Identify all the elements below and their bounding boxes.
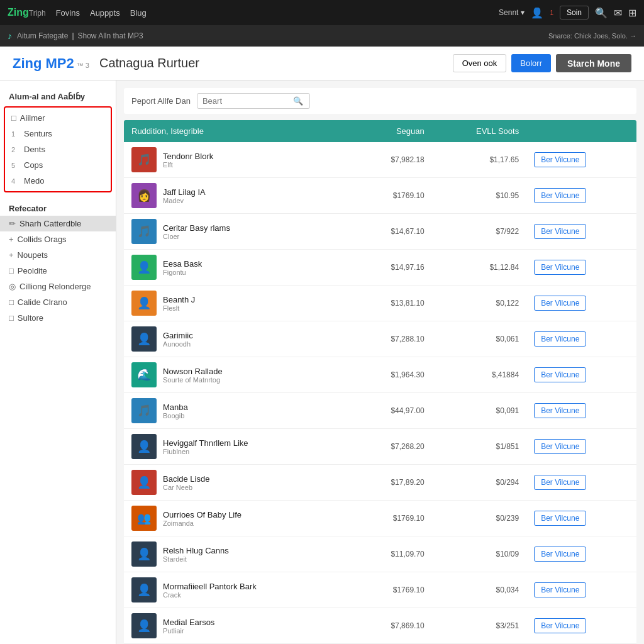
action-cell-0: Ber Vilcune (526, 142, 636, 178)
action-cell-11: Ber Vilcune (526, 536, 636, 572)
seguan-cell-4: $13,81.10 (353, 286, 432, 321)
filter-bar: Peport Allfe Dan 🔍 (124, 88, 636, 114)
soots-cell-8: $1/851 (432, 429, 526, 465)
grid-icon[interactable]: ⊞ (628, 7, 636, 19)
song-title-3: Eesa Bask (163, 259, 202, 269)
vilcune-button-5[interactable]: Ber Vilcune (534, 331, 586, 347)
table-row: 👤 Medial Earsos Putliair $7,869.10 $3/25… (124, 608, 636, 644)
search-icon[interactable]: 🔍 (595, 7, 608, 19)
sec-link-mp3[interactable]: Show Alln that MP3 (78, 31, 143, 40)
sidebar-section-title: Alum-al and Aaɓlɓy (0, 87, 116, 104)
nav-aupppts[interactable]: Aupppts (90, 8, 120, 18)
vilcune-button-6[interactable]: Ber Vilcune (534, 367, 586, 382)
sec-link-fategate[interactable]: Aitum Fategate (17, 31, 68, 40)
sec-nav: ♪ Aitum Fategate | Show Alln that MP3 Sn… (0, 25, 644, 47)
bolor-button[interactable]: Bolorr (511, 54, 551, 72)
refecator-label-cilliong: Cilliong Relonderge (19, 282, 91, 291)
seguan-cell-10: $1769.10 (353, 501, 432, 536)
song-artist-9: Car Neeb (163, 484, 209, 491)
song-title-6: Nowson Rallade (163, 367, 223, 376)
sidebar-item-medo[interactable]: 4 Medo (5, 173, 111, 189)
sidebar-label-senturs: Senturs (24, 129, 52, 138)
refecator-item-cilliong[interactable]: ◎ Cilliong Relonderge (0, 279, 116, 294)
nav-right: Sennt ▾ 👤 1 Soin 🔍 ✉ ⊞ (499, 6, 636, 19)
sidebar-label-cops: Cops (24, 160, 43, 170)
content-area: Peport Allfe Dan 🔍 Ruddition, Istegrible… (116, 80, 644, 644)
nav-blug[interactable]: Blug (130, 8, 147, 18)
table-row: 👤 Beanth J Fleslt $13,81.10 $0,122 Ber V… (124, 286, 636, 321)
sidebar-item-dents[interactable]: 2 Dents (5, 142, 111, 157)
sidebar-num-5: 5 (11, 162, 20, 169)
vilcune-button-12[interactable]: Ber Vilcune (534, 582, 586, 597)
vilcune-button-8[interactable]: Ber Vilcune (534, 439, 586, 454)
vilcune-button-9[interactable]: Ber Vilcune (534, 475, 586, 490)
action-cell-8: Ber Vilcune (526, 429, 636, 465)
song-cell-12: 👤 Mormafiieell Pantork Bark Crack (124, 572, 353, 608)
refecator-item-calide[interactable]: □ Calide Clrano (0, 294, 116, 310)
sidebar-item-aiilmer[interactable]: □ Aiilmer (5, 110, 111, 126)
refecator-item-sharh[interactable]: ✏ Sharh Catterdble (0, 216, 116, 231)
action-cell-1: Ber Vilcune (526, 178, 636, 214)
header-buttons: Oven ook Bolorr Starch Mone (453, 54, 631, 72)
starch-button[interactable]: Starch Mone (556, 54, 631, 72)
search-input[interactable] (203, 96, 291, 106)
doc-icon-2: □ (9, 313, 14, 323)
soots-cell-9: $0/294 (432, 465, 526, 501)
soots-cell-0: $1,17.65 (432, 142, 526, 178)
song-title-4: Beanth J (163, 295, 195, 304)
vilcune-button-11[interactable]: Ber Vilcune (534, 547, 586, 562)
song-cell-13: 👤 Medial Earsos Putliair (124, 608, 353, 644)
sidebar-num-4: 4 (11, 177, 20, 185)
vilcune-button-1[interactable]: Ber Vilcune (534, 188, 586, 203)
song-title-2: Ceritar Basy rlams (163, 223, 230, 233)
message-icon[interactable]: ✉ (614, 7, 622, 19)
song-title-9: Bacide Lisde (163, 474, 209, 484)
refecator-label-sharh: Sharh Catterdble (19, 219, 81, 228)
table-row: 🎵 Ceritar Basy rlams Cloer $14,67.10 $7/… (124, 214, 636, 250)
over-button[interactable]: Oven ook (453, 54, 507, 72)
soots-cell-7: $0,091 (432, 393, 526, 429)
table-header-row: Ruddition, Istegrible Seguan EVLL Soots (124, 120, 636, 142)
song-artist-11: Stardeit (163, 555, 229, 563)
song-artist-12: Crack (163, 591, 257, 599)
seguan-cell-2: $14,67.10 (353, 214, 432, 250)
vilcune-button-7[interactable]: Ber Vilcune (534, 403, 586, 418)
signin-button[interactable]: Soin (560, 6, 589, 19)
refecator-item-peoldite[interactable]: □ Peoldite (0, 263, 116, 279)
refecator-item-sultore[interactable]: □ Sultore (0, 310, 116, 326)
song-title-11: Relsh Hlug Canns (163, 546, 229, 555)
seguan-cell-9: $17,89.20 (353, 465, 432, 501)
user-icon[interactable]: 👤 (531, 7, 543, 19)
vilcune-button-0[interactable]: Ber Vilcune (534, 152, 586, 167)
seguan-cell-5: $7,288.10 (353, 321, 432, 357)
table-row: 🎵 Manba Boogib $44,97.00 $0,091 Ber Vilc… (124, 393, 636, 429)
sidebar-label-medo: Medo (24, 176, 45, 186)
site-logo: ZingTriph (8, 7, 46, 18)
vilcune-button-3[interactable]: Ber Vilcune (534, 260, 586, 275)
sidebar-item-senturs[interactable]: 1 Senturs (5, 126, 111, 142)
song-title-8: Heviggalf Thnrllem Like (163, 438, 248, 448)
vilcune-button-10[interactable]: Ber Vilcune (534, 511, 586, 526)
home-icon: □ (11, 113, 16, 123)
song-artist-8: Fiublnen (163, 448, 248, 455)
user-dropdown[interactable]: Sennt ▾ (499, 8, 525, 17)
refecator-item-noupets[interactable]: + Noupets (0, 247, 116, 263)
sidebar-item-cops[interactable]: 5 Cops (5, 157, 111, 173)
data-table: Ruddition, Istegrible Seguan EVLL Soots … (124, 120, 636, 644)
vilcune-button-4[interactable]: Ber Vilcune (534, 296, 586, 311)
song-cell-10: 👥 Ourrioes Of Baby Life Zoimanda (124, 501, 353, 536)
col-header-action (526, 120, 636, 142)
song-artist-10: Zoimanda (163, 519, 242, 527)
soots-cell-12: $0,034 (432, 572, 526, 608)
refecator-item-collids[interactable]: + Collids Orags (0, 231, 116, 247)
seguan-cell-11: $11,09.70 (353, 536, 432, 572)
song-title-12: Mormafiieell Pantork Bark (163, 582, 257, 591)
vilcune-button-13[interactable]: Ber Vilcune (534, 618, 586, 633)
sidebar-label-dents: Dents (24, 145, 45, 154)
action-cell-10: Ber Vilcune (526, 501, 636, 536)
song-thumb-10: 👥 (131, 506, 157, 531)
action-cell-6: Ber Vilcune (526, 357, 636, 393)
vilcune-button-2[interactable]: Ber Vilcune (534, 224, 586, 239)
nav-fovins[interactable]: Fovins (56, 8, 80, 18)
song-thumb-13: 👤 (131, 613, 157, 638)
